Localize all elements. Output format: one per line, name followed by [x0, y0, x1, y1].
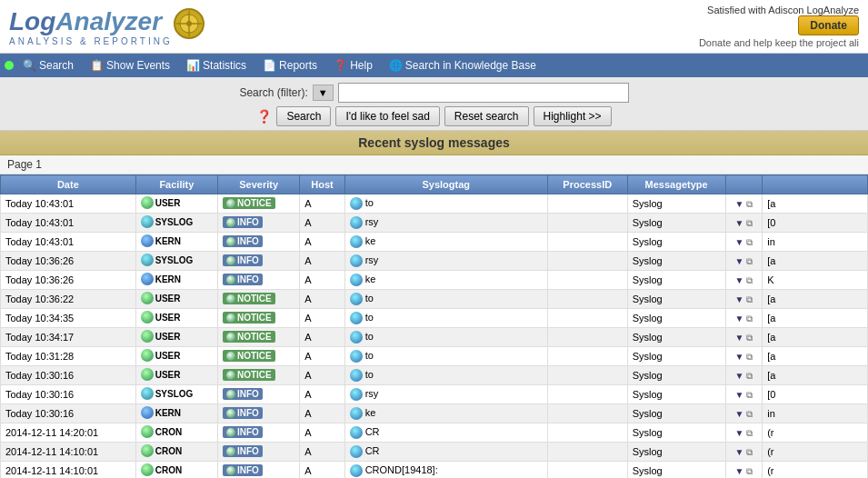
row-dropdown-arrow[interactable]: ▼	[734, 199, 743, 209]
cell-host: A	[300, 462, 344, 479]
row-copy-icon[interactable]: ⧉	[746, 447, 753, 457]
row-dropdown-arrow[interactable]: ▼	[734, 275, 743, 285]
cell-date: 2014-12-11 14:10:01	[1, 462, 136, 479]
facility-label: CRON	[155, 427, 182, 437]
col-severity: Severity	[217, 175, 299, 194]
row-copy-icon[interactable]: ⧉	[746, 371, 753, 381]
cell-processid	[547, 328, 627, 347]
cell-dropdown[interactable]: ▼ ⧉	[725, 462, 763, 479]
table-row[interactable]: 2014-12-11 14:10:01 CRON INFO A CROND[19…	[1, 462, 868, 479]
syslogtag-icon	[350, 350, 363, 363]
table-row[interactable]: Today 10:34:17 USER NOTICE A to Syslog ▼…	[1, 328, 868, 347]
nav-show-events[interactable]: 📋 Show Events	[83, 55, 177, 75]
table-row[interactable]: Today 10:36:26 KERN INFO A ke Syslog ▼ ⧉…	[1, 271, 868, 290]
nav-knowledge-base[interactable]: 🌐 Search in Knowledge Base	[382, 55, 544, 75]
cell-dropdown[interactable]: ▼ ⧉	[725, 404, 763, 423]
table-row[interactable]: Today 10:36:22 USER NOTICE A to Syslog ▼…	[1, 290, 868, 309]
search-nav-icon: 🔍	[23, 59, 36, 72]
table-row[interactable]: Today 10:34:35 USER NOTICE A to Syslog ▼…	[1, 309, 868, 328]
row-dropdown-arrow[interactable]: ▼	[734, 294, 743, 304]
row-copy-icon[interactable]: ⧉	[746, 199, 753, 209]
row-copy-icon[interactable]: ⧉	[746, 352, 753, 362]
row-copy-icon[interactable]: ⧉	[746, 314, 753, 324]
cell-host: A	[300, 423, 344, 443]
cell-processid	[547, 404, 627, 423]
row-dropdown-arrow[interactable]: ▼	[734, 390, 743, 400]
table-row[interactable]: Today 10:31:28 USER NOTICE A to Syslog ▼…	[1, 347, 868, 366]
row-dropdown-arrow[interactable]: ▼	[734, 218, 743, 228]
row-copy-icon[interactable]: ⧉	[746, 294, 753, 304]
cell-dropdown[interactable]: ▼ ⧉	[725, 347, 763, 366]
row-dropdown-arrow[interactable]: ▼	[734, 333, 743, 343]
cell-dropdown[interactable]: ▼ ⧉	[725, 385, 763, 404]
nav-help[interactable]: ❓ Help	[326, 55, 380, 75]
table-row[interactable]: Today 10:36:26 SYSLOG INFO A rsy Syslog …	[1, 252, 868, 271]
cell-severity: INFO	[217, 214, 299, 233]
cell-date: Today 10:43:01	[1, 233, 136, 252]
nav-reports[interactable]: 📄 Reports	[255, 55, 324, 75]
syslogtag-icon	[350, 388, 363, 401]
row-dropdown-arrow[interactable]: ▼	[734, 447, 743, 457]
cell-dropdown[interactable]: ▼ ⧉	[725, 233, 763, 252]
row-dropdown-arrow[interactable]: ▼	[734, 256, 743, 266]
nav-search[interactable]: 🔍 Search	[15, 55, 81, 75]
row-copy-icon[interactable]: ⧉	[746, 390, 753, 400]
cell-dropdown[interactable]: ▼ ⧉	[725, 309, 763, 328]
sad-button[interactable]: I'd like to feel sad	[335, 106, 439, 126]
logo-area: LogAnalyzer ANALYSIS & REPORTING	[9, 7, 205, 46]
row-copy-icon[interactable]: ⧉	[746, 333, 753, 343]
cell-dropdown[interactable]: ▼ ⧉	[725, 271, 763, 290]
highlight-button[interactable]: Highlight >>	[534, 106, 612, 126]
table-row[interactable]: Today 10:30:16 KERN INFO A ke Syslog ▼ ⧉…	[1, 404, 868, 423]
search-help-icon[interactable]: ❓	[256, 109, 272, 124]
table-row[interactable]: 2014-12-11 14:20:01 CRON INFO A CR Syslo…	[1, 423, 868, 443]
table-row[interactable]: Today 10:43:01 SYSLOG INFO A rsy Syslog …	[1, 214, 868, 233]
row-copy-icon[interactable]: ⧉	[746, 237, 753, 247]
row-dropdown-arrow[interactable]: ▼	[734, 352, 743, 362]
severity-badge: INFO	[223, 464, 263, 476]
table-row[interactable]: Today 10:30:16 USER NOTICE A to Syslog ▼…	[1, 366, 868, 385]
facility-icon	[141, 349, 154, 362]
row-copy-icon[interactable]: ⧉	[746, 409, 753, 419]
table-row[interactable]: 2014-12-11 14:10:01 CRON INFO A CR Syslo…	[1, 443, 868, 462]
cell-host: A	[300, 404, 344, 423]
row-copy-icon[interactable]: ⧉	[746, 428, 753, 438]
search-dropdown-button[interactable]: ▼	[313, 85, 334, 101]
cell-extra: [a	[763, 194, 868, 214]
severity-badge: NOTICE	[223, 331, 275, 343]
cell-dropdown[interactable]: ▼ ⧉	[725, 443, 763, 462]
row-dropdown-arrow[interactable]: ▼	[734, 409, 743, 419]
severity-badge: NOTICE	[223, 312, 275, 324]
cell-host: A	[300, 290, 344, 309]
cell-dropdown[interactable]: ▼ ⧉	[725, 366, 763, 385]
row-copy-icon[interactable]: ⧉	[746, 275, 753, 285]
reset-search-button[interactable]: Reset search	[444, 106, 529, 126]
cell-dropdown[interactable]: ▼ ⧉	[725, 194, 763, 214]
row-copy-icon[interactable]: ⧉	[746, 466, 753, 476]
row-dropdown-arrow[interactable]: ▼	[734, 314, 743, 324]
row-copy-icon[interactable]: ⧉	[746, 218, 753, 228]
cell-dropdown[interactable]: ▼ ⧉	[725, 252, 763, 271]
table-row[interactable]: Today 10:30:16 SYSLOG INFO A rsy Syslog …	[1, 385, 868, 404]
cell-host: A	[300, 309, 344, 328]
cell-date: 2014-12-11 14:20:01	[1, 423, 136, 443]
table-row[interactable]: Today 10:43:01 KERN INFO A ke Syslog ▼ ⧉…	[1, 233, 868, 252]
cell-dropdown[interactable]: ▼ ⧉	[725, 214, 763, 233]
cell-facility: SYSLOG	[135, 252, 217, 271]
cell-dropdown[interactable]: ▼ ⧉	[725, 290, 763, 309]
cell-dropdown[interactable]: ▼ ⧉	[725, 328, 763, 347]
cell-facility: CRON	[135, 443, 217, 462]
row-dropdown-arrow[interactable]: ▼	[734, 371, 743, 381]
table-row[interactable]: Today 10:43:01 USER NOTICE A to Syslog ▼…	[1, 194, 868, 214]
nav-statistics[interactable]: 📊 Statistics	[179, 55, 254, 75]
row-dropdown-arrow[interactable]: ▼	[734, 237, 743, 247]
row-dropdown-arrow[interactable]: ▼	[734, 428, 743, 438]
severity-icon	[226, 371, 235, 380]
row-dropdown-arrow[interactable]: ▼	[734, 466, 743, 476]
search-input[interactable]	[338, 83, 629, 103]
syslogtag-icon	[350, 216, 363, 229]
donate-button[interactable]: Donate	[798, 15, 859, 35]
cell-dropdown[interactable]: ▼ ⧉	[725, 423, 763, 443]
search-button[interactable]: Search	[276, 106, 331, 126]
row-copy-icon[interactable]: ⧉	[746, 256, 753, 266]
